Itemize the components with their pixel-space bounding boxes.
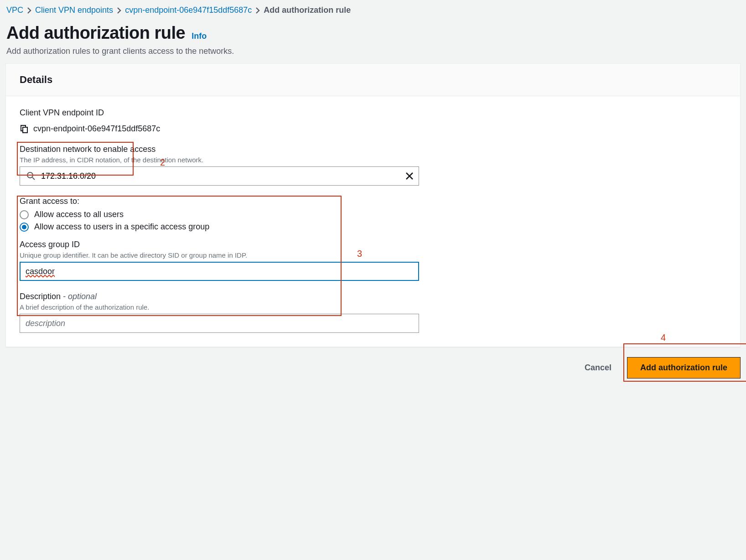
breadcrumb-endpoint-id[interactable]: cvpn-endpoint-06e947f15ddf5687c	[125, 5, 252, 15]
description-label: Description - optional	[20, 292, 726, 301]
chevron-right-icon	[117, 7, 121, 14]
svg-line-3	[32, 177, 35, 180]
info-link[interactable]: Info	[192, 31, 207, 41]
svg-point-2	[27, 172, 33, 178]
page-title: Add authorization rule	[6, 23, 185, 43]
svg-rect-1	[23, 127, 27, 133]
chevron-right-icon	[255, 7, 260, 14]
breadcrumb-current: Add authorization rule	[264, 5, 351, 15]
destination-input[interactable]	[36, 167, 405, 185]
access-group-input[interactable]: casdoor	[26, 267, 55, 276]
endpoint-id-value: cvpn-endpoint-06e947f15ddf5687c	[33, 124, 160, 134]
clear-icon[interactable]	[405, 171, 414, 181]
add-rule-button[interactable]: Add authorization rule	[627, 357, 741, 379]
copy-icon[interactable]	[20, 124, 29, 134]
cancel-button[interactable]: Cancel	[578, 358, 618, 377]
radio-specific-group-label: Allow access to users in a specific acce…	[34, 222, 209, 232]
radio-all-users[interactable]	[20, 210, 29, 219]
radio-specific-group[interactable]	[20, 223, 29, 232]
breadcrumb-vpc[interactable]: VPC	[6, 5, 23, 15]
access-group-input-wrap[interactable]: casdoor	[20, 262, 419, 281]
grant-label: Grant access to:	[20, 197, 726, 206]
destination-help: The IP address, in CIDR notation, of the…	[20, 156, 726, 164]
description-help: A brief description of the authorization…	[20, 303, 726, 311]
radio-all-users-label: Allow access to all users	[34, 210, 124, 219]
breadcrumb-endpoints[interactable]: Client VPN endpoints	[35, 5, 113, 15]
description-input[interactable]	[20, 314, 419, 333]
endpoint-id-label: Client VPN endpoint ID	[20, 108, 726, 118]
details-panel: Details Client VPN endpoint ID cvpn-endp…	[5, 63, 741, 347]
destination-label: Destination network to enable access	[20, 145, 726, 154]
destination-input-wrap[interactable]	[20, 166, 419, 186]
search-icon	[26, 171, 36, 181]
access-group-label: Access group ID	[20, 240, 726, 249]
panel-title: Details	[6, 64, 740, 96]
access-group-help: Unique group identifier. It can be activ…	[20, 251, 726, 259]
page-subtitle: Add authorization rules to grant clients…	[6, 47, 741, 56]
breadcrumb: VPC Client VPN endpoints cvpn-endpoint-0…	[5, 5, 741, 15]
chevron-right-icon	[27, 7, 31, 14]
